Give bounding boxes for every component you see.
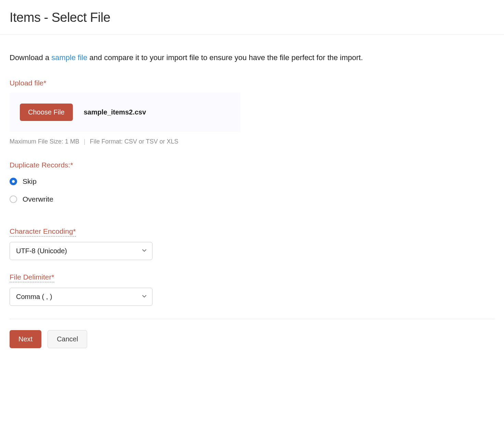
upload-box: Choose File sample_items2.csv [10,93,240,132]
page-title: Items - Select File [10,10,494,25]
radio-label: Skip [23,177,37,186]
character-encoding-select[interactable]: UTF-8 (Unicode) [10,242,152,260]
file-delimiter-select-wrap: Comma ( , ) [10,288,152,306]
hint-separator: | [84,138,85,145]
select-value: UTF-8 (Unicode) [16,247,67,255]
cancel-button[interactable]: Cancel [48,330,87,348]
intro-suffix: and compare it to your import file to en… [87,53,363,62]
content: Download a sample file and compare it to… [0,35,504,362]
duplicate-records-label: Duplicate Records:* [10,161,494,169]
radio-skip[interactable]: Skip [10,177,494,186]
radio-icon [10,195,17,203]
duplicate-records-group: Skip Overwrite [10,177,494,203]
radio-icon [10,178,17,185]
hint-file-format: File Format: CSV or TSV or XLS [90,138,178,145]
radio-label: Overwrite [23,195,53,203]
hint-max-size: Maximum File Size: 1 MB [10,138,79,145]
upload-hint: Maximum File Size: 1 MB | File Format: C… [10,138,494,145]
intro-text: Download a sample file and compare it to… [10,52,494,63]
radio-overwrite[interactable]: Overwrite [10,195,494,203]
file-delimiter-label: File Delimiter* [10,273,494,282]
upload-file-label: Upload file* [10,79,494,87]
sample-file-link[interactable]: sample file [51,53,87,62]
file-delimiter-select[interactable]: Comma ( , ) [10,288,152,306]
page-header: Items - Select File [0,0,504,35]
select-value: Comma ( , ) [16,293,52,301]
choose-file-button[interactable]: Choose File [20,104,73,121]
next-button[interactable]: Next [10,330,41,348]
character-encoding-select-wrap: UTF-8 (Unicode) [10,242,152,260]
selected-filename: sample_items2.csv [84,108,146,116]
intro-prefix: Download a [10,53,51,62]
footer-actions: Next Cancel [10,319,494,362]
character-encoding-label: Character Encoding* [10,227,494,236]
